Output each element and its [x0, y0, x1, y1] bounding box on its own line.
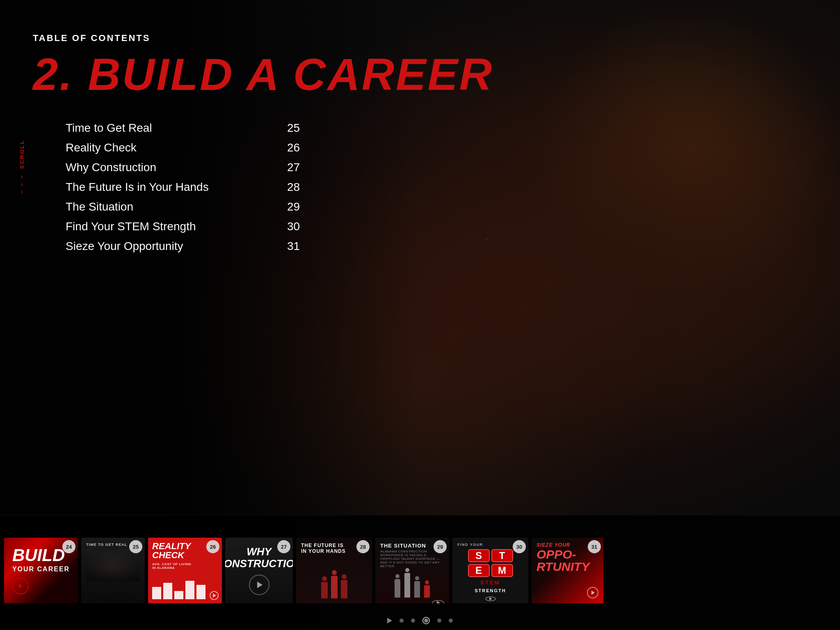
toc-item-title: The Future Is in Your Hands: [66, 181, 271, 194]
stem-t: T: [491, 549, 513, 562]
main-content: TABLE OF CONTENTS 2. BUILD A CAREER SCRO…: [0, 0, 840, 515]
play-button-1[interactable]: [12, 578, 29, 594]
thumb-7-find: FIND YOUR: [457, 543, 483, 547]
thumbnail-7[interactable]: 30 FIND YOUR S T E M STEM STRENGTH: [452, 538, 528, 603]
thumbnail-3[interactable]: 26 REALITYCHECK AVG. COST OF LIVINGIN AL…: [148, 538, 222, 603]
toc-list: Time to Get Real 25 Reality Check 26 Why…: [66, 121, 840, 253]
play-button-6[interactable]: [432, 600, 444, 603]
thumb-badge-8: 31: [588, 540, 601, 553]
thumbnail-1[interactable]: 24 BUILD YOUR CAREER: [4, 538, 78, 603]
thumb-3-bars: [152, 579, 218, 599]
thumb-5-figures: [301, 570, 367, 598]
toc-item-title: The Situation: [66, 200, 271, 213]
toc-item-page: 31: [287, 240, 300, 253]
toc-item-page: 29: [287, 200, 300, 213]
toc-item[interactable]: The Situation 29: [66, 200, 840, 213]
scroll-label: SCROLL: [19, 140, 25, 169]
play-button-4[interactable]: [249, 575, 269, 595]
thumbnail-6[interactable]: 29 THE SITUATION Alabama construction wo…: [375, 538, 449, 603]
stem-s: S: [468, 549, 490, 562]
thumb-7-stem-label: STEM: [480, 580, 500, 586]
thumb-6-figures: [380, 568, 444, 598]
scroll-arrows: › › ›: [21, 174, 23, 195]
thumb-1-build: BUILD: [12, 547, 65, 564]
nav-play-button[interactable]: [387, 618, 392, 623]
thumb-badge-5: 28: [356, 540, 370, 553]
toc-item[interactable]: Sieze Your Opportunity 31: [66, 240, 840, 253]
nav-dot-4[interactable]: [437, 619, 441, 623]
thumb-8-opportunity: OPPO­RTU­NITY: [536, 548, 598, 573]
play-button-7[interactable]: [485, 596, 496, 601]
scroll-arrow-3: ›: [21, 188, 23, 195]
thumb-1-subtitle: YOUR CAREER: [12, 566, 70, 573]
thumbnail-2[interactable]: 25 TIME TO GET REAL: [81, 538, 145, 603]
nav-dot-3-active[interactable]: [422, 617, 430, 624]
thumbnail-8[interactable]: 31 SIEZE YOUR OPPO­RTU­NITY: [532, 538, 603, 603]
stem-e: E: [468, 564, 490, 577]
thumb-badge-1: 24: [62, 540, 75, 553]
chapter-title: 2. BUILD A CAREER: [33, 52, 840, 97]
thumb-2-image: [86, 549, 140, 582]
toc-item-title: Find Your STEM Strength: [66, 220, 271, 233]
thumb-6-sub: Alabama construction workforce is facing…: [380, 550, 444, 568]
scroll-indicator: SCROLL › › ›: [19, 140, 25, 195]
toc-item[interactable]: Time to Get Real 25: [66, 121, 840, 135]
toc-item-page: 25: [287, 121, 300, 135]
thumb-7-strength: STRENGTH: [475, 588, 506, 593]
nav-dot-2[interactable]: [411, 619, 415, 623]
thumb-badge-3: 26: [206, 540, 219, 553]
toc-item-title: Why Construction: [66, 161, 271, 174]
toc-item[interactable]: Why Construction 27: [66, 161, 840, 174]
play-button-8[interactable]: [587, 587, 598, 598]
toc-item-page: 30: [287, 220, 300, 233]
toc-item[interactable]: Find Your STEM Strength 30: [66, 220, 840, 233]
scroll-arrow-2: ›: [21, 181, 23, 188]
thumb-badge-2: 25: [129, 540, 142, 553]
toc-item[interactable]: The Future Is in Your Hands 28: [66, 181, 840, 194]
play-button-3[interactable]: [210, 591, 219, 600]
thumbnail-4[interactable]: 27 WHYCONSTRUCTION: [225, 538, 293, 603]
toc-label: TABLE OF CONTENTS: [33, 33, 840, 44]
nav-dot-5[interactable]: [449, 619, 453, 623]
thumb-3-sub: AVG. COST OF LIVINGIN ALABAMA: [152, 562, 218, 570]
toc-item-page: 27: [287, 161, 300, 174]
thumb-badge-4: 27: [277, 540, 290, 553]
stem-grid: S T E M: [468, 549, 513, 577]
toc-item[interactable]: Reality Check 26: [66, 141, 840, 154]
toc-item-title: Time to Get Real: [66, 121, 271, 135]
nav-dot-1[interactable]: [399, 619, 404, 623]
thumbnail-5[interactable]: 28 THE FUTURE ISIN YOUR HANDS: [296, 538, 372, 603]
toc-item-title: Reality Check: [66, 141, 271, 154]
thumb-badge-6: 29: [434, 540, 447, 553]
nav-dots: [0, 617, 840, 624]
thumb-badge-7: 30: [513, 540, 526, 553]
stem-m: M: [491, 564, 513, 577]
toc-item-page: 26: [287, 141, 300, 154]
scroll-arrow-1: ›: [21, 174, 23, 180]
toc-item-page: 28: [287, 181, 300, 194]
thumbnails-strip: 24 BUILD YOUR CAREER 25 TIME TO GET REAL…: [0, 534, 840, 607]
thumb-8-play-area: [536, 587, 598, 598]
toc-item-title: Sieze Your Opportunity: [66, 240, 271, 253]
